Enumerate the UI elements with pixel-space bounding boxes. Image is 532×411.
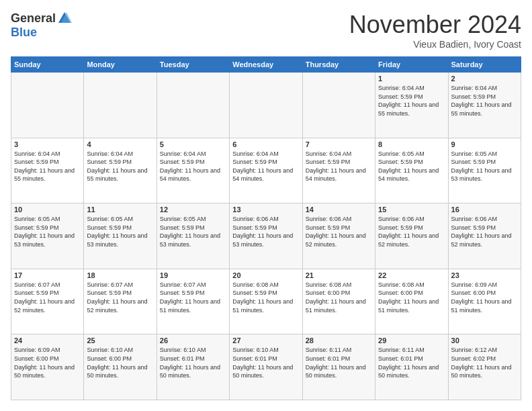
calendar-cell: 19Sunrise: 6:07 AM Sunset: 5:59 PM Dayli… bbox=[157, 269, 229, 334]
day-number: 21 bbox=[306, 271, 372, 279]
day-number: 20 bbox=[232, 271, 299, 279]
calendar-cell: 26Sunrise: 6:10 AM Sunset: 6:01 PM Dayli… bbox=[157, 334, 229, 400]
calendar-cell: 4Sunrise: 6:04 AM Sunset: 5:59 PM Daylig… bbox=[84, 138, 157, 203]
calendar-week-4: 17Sunrise: 6:07 AM Sunset: 5:59 PM Dayli… bbox=[11, 269, 521, 334]
day-number: 2 bbox=[451, 75, 518, 83]
day-info: Sunrise: 6:05 AM Sunset: 5:59 PM Dayligh… bbox=[160, 215, 226, 248]
day-number: 29 bbox=[378, 336, 445, 345]
calendar-cell bbox=[84, 73, 157, 138]
calendar-cell bbox=[157, 73, 229, 138]
day-info: Sunrise: 6:04 AM Sunset: 5:59 PM Dayligh… bbox=[87, 150, 153, 183]
day-number: 13 bbox=[232, 205, 299, 214]
calendar-cell: 30Sunrise: 6:12 AM Sunset: 6:02 PM Dayli… bbox=[448, 334, 521, 400]
day-info: Sunrise: 6:05 AM Sunset: 5:59 PM Dayligh… bbox=[378, 150, 445, 183]
calendar-cell: 23Sunrise: 6:09 AM Sunset: 6:00 PM Dayli… bbox=[448, 269, 521, 334]
calendar-cell: 5Sunrise: 6:04 AM Sunset: 5:59 PM Daylig… bbox=[157, 138, 229, 203]
day-number: 10 bbox=[14, 205, 81, 214]
day-number: 1 bbox=[378, 75, 445, 83]
day-info: Sunrise: 6:05 AM Sunset: 5:59 PM Dayligh… bbox=[14, 215, 81, 248]
day-number: 9 bbox=[451, 140, 518, 148]
day-info: Sunrise: 6:04 AM Sunset: 5:59 PM Dayligh… bbox=[160, 150, 226, 183]
calendar-header-friday: Friday bbox=[375, 57, 448, 73]
calendar-cell: 16Sunrise: 6:06 AM Sunset: 5:59 PM Dayli… bbox=[448, 203, 521, 269]
calendar-header-tuesday: Tuesday bbox=[157, 57, 229, 73]
calendar-cell: 2Sunrise: 6:04 AM Sunset: 5:59 PM Daylig… bbox=[448, 73, 521, 138]
calendar-header-sunday: Sunday bbox=[11, 57, 84, 73]
calendar-cell: 8Sunrise: 6:05 AM Sunset: 5:59 PM Daylig… bbox=[375, 138, 448, 203]
day-number: 7 bbox=[306, 140, 372, 148]
day-number: 15 bbox=[378, 205, 445, 214]
logo-icon bbox=[57, 11, 72, 26]
day-info: Sunrise: 6:06 AM Sunset: 5:59 PM Dayligh… bbox=[378, 215, 445, 248]
title-block: November 2024 Vieux Badien, Ivory Coast bbox=[349, 11, 521, 50]
calendar-cell: 22Sunrise: 6:08 AM Sunset: 6:00 PM Dayli… bbox=[375, 269, 448, 334]
calendar-week-3: 10Sunrise: 6:05 AM Sunset: 5:59 PM Dayli… bbox=[11, 203, 521, 269]
calendar-cell: 9Sunrise: 6:05 AM Sunset: 5:59 PM Daylig… bbox=[448, 138, 521, 203]
calendar-cell: 21Sunrise: 6:08 AM Sunset: 6:00 PM Dayli… bbox=[302, 269, 375, 334]
day-number: 5 bbox=[160, 140, 226, 148]
day-number: 17 bbox=[14, 271, 81, 279]
calendar-header-thursday: Thursday bbox=[302, 57, 375, 73]
day-info: Sunrise: 6:04 AM Sunset: 5:59 PM Dayligh… bbox=[306, 150, 372, 183]
calendar-cell: 15Sunrise: 6:06 AM Sunset: 5:59 PM Dayli… bbox=[375, 203, 448, 269]
day-info: Sunrise: 6:04 AM Sunset: 5:59 PM Dayligh… bbox=[14, 150, 81, 183]
day-info: Sunrise: 6:11 AM Sunset: 6:01 PM Dayligh… bbox=[378, 346, 445, 379]
calendar-week-5: 24Sunrise: 6:09 AM Sunset: 6:00 PM Dayli… bbox=[11, 334, 521, 400]
calendar-header-wednesday: Wednesday bbox=[230, 57, 302, 73]
logo-general-text: General bbox=[11, 11, 56, 26]
calendar-cell: 14Sunrise: 6:06 AM Sunset: 5:59 PM Dayli… bbox=[302, 203, 375, 269]
calendar-header-saturday: Saturday bbox=[448, 57, 521, 73]
day-info: Sunrise: 6:12 AM Sunset: 6:02 PM Dayligh… bbox=[451, 346, 518, 379]
day-number: 26 bbox=[160, 336, 226, 345]
day-number: 4 bbox=[87, 140, 153, 148]
day-info: Sunrise: 6:11 AM Sunset: 6:01 PM Dayligh… bbox=[306, 346, 372, 379]
day-info: Sunrise: 6:04 AM Sunset: 5:59 PM Dayligh… bbox=[451, 84, 518, 118]
day-info: Sunrise: 6:08 AM Sunset: 5:59 PM Dayligh… bbox=[232, 281, 299, 314]
day-number: 3 bbox=[14, 140, 81, 148]
day-info: Sunrise: 6:07 AM Sunset: 5:59 PM Dayligh… bbox=[160, 281, 226, 314]
day-info: Sunrise: 6:09 AM Sunset: 6:00 PM Dayligh… bbox=[14, 346, 81, 379]
page: General Blue November 2024 Vieux Badien,… bbox=[0, 0, 532, 411]
calendar-cell: 18Sunrise: 6:07 AM Sunset: 5:59 PM Dayli… bbox=[84, 269, 157, 334]
day-number: 27 bbox=[232, 336, 299, 345]
day-info: Sunrise: 6:08 AM Sunset: 6:00 PM Dayligh… bbox=[378, 281, 445, 314]
day-info: Sunrise: 6:05 AM Sunset: 5:59 PM Dayligh… bbox=[87, 215, 153, 248]
day-info: Sunrise: 6:08 AM Sunset: 6:00 PM Dayligh… bbox=[306, 281, 372, 314]
day-number: 6 bbox=[232, 140, 299, 148]
calendar-cell: 17Sunrise: 6:07 AM Sunset: 5:59 PM Dayli… bbox=[11, 269, 84, 334]
calendar-cell: 13Sunrise: 6:06 AM Sunset: 5:59 PM Dayli… bbox=[230, 203, 302, 269]
calendar-cell: 24Sunrise: 6:09 AM Sunset: 6:00 PM Dayli… bbox=[11, 334, 84, 400]
day-info: Sunrise: 6:10 AM Sunset: 6:00 PM Dayligh… bbox=[87, 346, 153, 379]
calendar-week-1: 1Sunrise: 6:04 AM Sunset: 5:59 PM Daylig… bbox=[11, 73, 521, 138]
day-info: Sunrise: 6:04 AM Sunset: 5:59 PM Dayligh… bbox=[378, 84, 445, 118]
calendar-cell: 11Sunrise: 6:05 AM Sunset: 5:59 PM Dayli… bbox=[84, 203, 157, 269]
month-title: November 2024 bbox=[349, 11, 521, 39]
calendar-cell bbox=[302, 73, 375, 138]
day-number: 19 bbox=[160, 271, 226, 279]
calendar-cell bbox=[230, 73, 302, 138]
day-number: 18 bbox=[87, 271, 153, 279]
day-info: Sunrise: 6:04 AM Sunset: 5:59 PM Dayligh… bbox=[232, 150, 299, 183]
calendar-cell: 28Sunrise: 6:11 AM Sunset: 6:01 PM Dayli… bbox=[302, 334, 375, 400]
day-number: 30 bbox=[451, 336, 518, 345]
day-number: 11 bbox=[87, 205, 153, 214]
day-number: 8 bbox=[378, 140, 445, 148]
calendar-header-monday: Monday bbox=[84, 57, 157, 73]
logo: General Blue bbox=[11, 11, 72, 40]
location: Vieux Badien, Ivory Coast bbox=[349, 39, 521, 50]
day-info: Sunrise: 6:10 AM Sunset: 6:01 PM Dayligh… bbox=[232, 346, 299, 379]
calendar-cell: 29Sunrise: 6:11 AM Sunset: 6:01 PM Dayli… bbox=[375, 334, 448, 400]
day-number: 22 bbox=[378, 271, 445, 279]
day-number: 24 bbox=[14, 336, 81, 345]
day-info: Sunrise: 6:07 AM Sunset: 5:59 PM Dayligh… bbox=[14, 281, 81, 314]
calendar-cell: 6Sunrise: 6:04 AM Sunset: 5:59 PM Daylig… bbox=[230, 138, 302, 203]
calendar-cell: 25Sunrise: 6:10 AM Sunset: 6:00 PM Dayli… bbox=[84, 334, 157, 400]
day-number: 25 bbox=[87, 336, 153, 345]
logo-blue-text: Blue bbox=[11, 26, 37, 40]
calendar-cell: 27Sunrise: 6:10 AM Sunset: 6:01 PM Dayli… bbox=[230, 334, 302, 400]
calendar-header-row: SundayMondayTuesdayWednesdayThursdayFrid… bbox=[11, 57, 521, 73]
calendar-cell: 1Sunrise: 6:04 AM Sunset: 5:59 PM Daylig… bbox=[375, 73, 448, 138]
calendar-cell bbox=[11, 73, 84, 138]
day-number: 16 bbox=[451, 205, 518, 214]
header: General Blue November 2024 Vieux Badien,… bbox=[11, 11, 521, 50]
